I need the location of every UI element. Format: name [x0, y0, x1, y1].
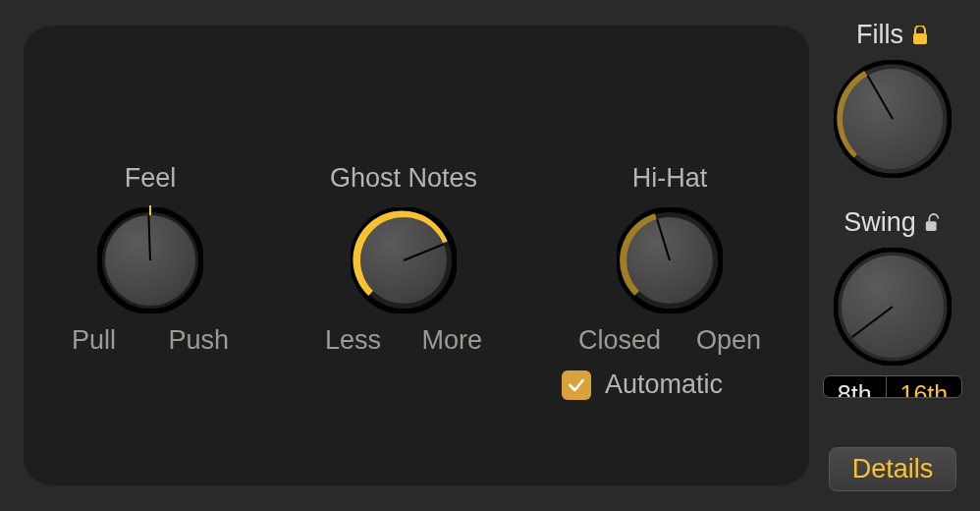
swing-segmented: 8th 16th	[823, 375, 962, 398]
feel-left-label: Pull	[72, 325, 116, 356]
hihat-knob-group: Hi-Hat Closed Open	[578, 163, 761, 356]
automatic-row: Automatic	[562, 369, 723, 400]
check-icon	[567, 375, 586, 395]
fills-title: Fills	[856, 20, 903, 50]
automatic-label: Automatic	[605, 369, 723, 400]
feel-labels: Pull Push	[72, 325, 229, 356]
lock-closed-icon[interactable]	[911, 26, 929, 45]
svg-point-8	[843, 69, 943, 169]
swing-knob[interactable]	[834, 248, 952, 366]
feel-knob-group: Feel Pull Push	[72, 163, 229, 356]
ghost-knob-group: Ghost Notes Less More	[325, 163, 482, 356]
feel-knob[interactable]	[97, 207, 203, 313]
swing-title: Swing	[844, 207, 916, 238]
ghost-left-label: Less	[325, 325, 381, 356]
sidebar: Fills Swing	[809, 0, 976, 511]
root: Feel Pull Push	[0, 0, 980, 511]
hihat-left-label: Closed	[578, 325, 661, 356]
swing-8th-button[interactable]: 8th	[824, 376, 886, 397]
main-panel: Feel Pull Push	[24, 26, 809, 485]
feel-right-label: Push	[168, 325, 229, 356]
lock-open-icon[interactable]	[924, 213, 942, 233]
fills-knob[interactable]	[834, 60, 952, 178]
ghost-knob[interactable]	[351, 207, 457, 313]
hihat-labels: Closed Open	[578, 325, 761, 356]
hihat-right-label: Open	[696, 325, 761, 356]
swing-title-row: Swing	[844, 207, 942, 238]
feel-title: Feel	[125, 163, 177, 194]
hihat-title: Hi-Hat	[632, 163, 708, 194]
details-button[interactable]: Details	[829, 447, 956, 491]
svg-point-1	[105, 215, 195, 306]
hihat-knob[interactable]	[617, 207, 723, 313]
ghost-title: Ghost Notes	[330, 163, 477, 194]
swing-16th-button[interactable]: 16th	[887, 376, 962, 397]
svg-point-5	[626, 217, 713, 304]
ghost-labels: Less More	[325, 325, 482, 356]
fills-title-row: Fills	[856, 20, 929, 50]
svg-rect-9	[926, 221, 937, 231]
svg-rect-6	[913, 33, 927, 44]
ghost-right-label: More	[421, 325, 482, 356]
automatic-checkbox[interactable]	[562, 370, 591, 400]
